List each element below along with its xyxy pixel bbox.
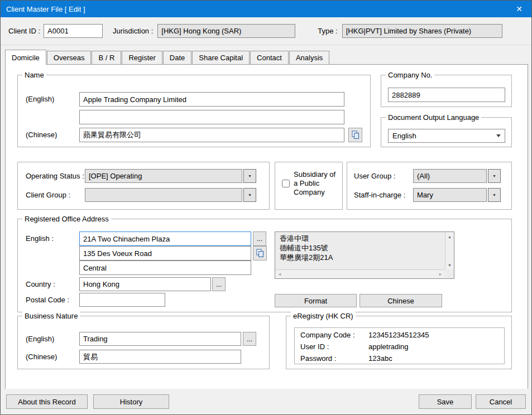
header-bar: Client ID : Jurisdiction : Type : — [1, 17, 531, 45]
user-group-input[interactable] — [413, 169, 487, 183]
type-label: Type : — [318, 27, 337, 35]
company-no-legend: Company No. — [386, 71, 434, 79]
company-no-input[interactable] — [388, 88, 505, 102]
copy-icon — [351, 131, 360, 139]
jurisdiction-input[interactable] — [157, 24, 295, 38]
ellipsis-icon: ... — [216, 281, 222, 288]
tab-overseas[interactable]: Overseas — [47, 51, 92, 64]
scroll-left-icon[interactable]: ◄ — [275, 270, 284, 279]
client-master-file-window: Client Master File [ Edit ] ✕ Client ID … — [0, 0, 532, 415]
user-group-dropdown-button[interactable]: ▼ — [488, 169, 501, 183]
client-id-input[interactable] — [44, 24, 103, 38]
business-nature-legend: Business Nature — [22, 312, 80, 320]
name-chinese-input[interactable] — [79, 128, 344, 142]
history-button[interactable]: History — [93, 394, 169, 409]
operating-status-groupbox: Operating Status : ▼ Client Group : ▼ — [17, 162, 270, 210]
business-english-input[interactable] — [79, 332, 241, 346]
country-browse-button[interactable]: ... — [212, 277, 226, 291]
tab-analysis[interactable]: Analysis — [289, 51, 329, 64]
operating-status-input[interactable] — [85, 169, 242, 183]
business-chinese-label: (Chinese) — [26, 353, 57, 361]
business-chinese-input[interactable] — [79, 350, 241, 364]
close-icon[interactable]: ✕ — [507, 1, 531, 17]
tab-share-capital[interactable]: Share Capital — [192, 51, 250, 64]
client-group-dropdown-button[interactable]: ▼ — [243, 188, 256, 202]
subsidiary-checkbox[interactable] — [282, 180, 290, 187]
ellipsis-icon: ... — [257, 235, 262, 243]
copy-chinese-name-button[interactable] — [348, 128, 362, 142]
window-title: Client Master File [ Edit ] — [6, 5, 85, 13]
about-this-record-button[interactable]: About this Record — [6, 394, 88, 409]
eregistry-row: User ID : appletrading — [300, 341, 504, 353]
doc-output-language-value: English — [392, 132, 416, 140]
eregistry-legend: eRegistry (HK CR) — [291, 312, 356, 320]
registered-office-address-legend: Registered Office Address — [22, 215, 111, 223]
cancel-button[interactable]: Cancel — [476, 394, 526, 409]
scroll-down-icon[interactable]: ▼ — [445, 260, 454, 269]
save-button[interactable]: Save — [419, 394, 472, 409]
horizontal-scrollbar[interactable]: ◄ ► — [275, 269, 445, 278]
client-group-input[interactable] — [85, 188, 242, 202]
tab-domicile[interactable]: Domicile — [5, 50, 46, 65]
address-line3-input[interactable] — [79, 260, 251, 275]
footer-bar: About this Record History Save Cancel — [1, 389, 531, 414]
country-label: Country : — [26, 280, 55, 288]
chinese-address-text: 香港中環 德輔道中135號 華懋廣場2期21A — [275, 232, 445, 269]
staff-in-charge-dropdown-button[interactable]: ▼ — [488, 188, 501, 202]
country-input[interactable] — [79, 277, 211, 291]
doc-output-language-legend: Document Output Language — [386, 113, 481, 122]
eregistry-groupbox: eRegistry (HK CR) Company Code : 1234512… — [286, 316, 512, 369]
client-group-label: Client Group : — [26, 191, 70, 199]
eregistry-row: Company Code : 123451234512345 — [300, 329, 504, 341]
vertical-scrollbar[interactable]: ▲ ▼ — [445, 232, 454, 269]
type-input[interactable] — [342, 24, 502, 38]
user-group-label: User Group : — [354, 172, 395, 180]
copy-address-button[interactable] — [253, 246, 267, 260]
postal-code-input[interactable] — [79, 293, 165, 307]
dropdown-arrow-icon: ▼ — [492, 193, 496, 197]
business-english-browse-button[interactable]: ... — [243, 332, 256, 346]
business-english-label: (English) — [26, 335, 54, 343]
dropdown-arrow-icon: ▼ — [248, 193, 252, 197]
doc-output-language-groupbox: Document Output Language English — [381, 117, 512, 147]
scroll-right-icon[interactable]: ► — [436, 270, 445, 279]
operating-status-dropdown-button[interactable]: ▼ — [243, 169, 256, 183]
format-button[interactable]: Format — [275, 294, 357, 307]
scroll-up-icon[interactable]: ▲ — [445, 232, 454, 241]
address-line1-browse-button[interactable]: ... — [253, 231, 266, 246]
tab-contact[interactable]: Contact — [250, 51, 289, 64]
company-code-value: 123451234512345 — [368, 329, 429, 341]
business-nature-groupbox: Business Nature (English) ... (Chinese) — [17, 316, 270, 369]
client-id-label: Client ID : — [8, 27, 40, 35]
subsidiary-checkbox-row: Subsidiary of a Public Company — [275, 162, 342, 199]
name-english-input[interactable] — [79, 92, 344, 107]
staff-in-charge-label: Staff-in-charge : — [354, 191, 405, 199]
name-english-label: (English) — [26, 95, 54, 103]
company-code-label: Company Code : — [300, 329, 368, 341]
copy-icon — [256, 249, 265, 258]
address-line2-input[interactable] — [79, 246, 251, 260]
doc-output-language-select[interactable]: English — [388, 129, 505, 143]
address-line1-input[interactable] — [79, 231, 251, 246]
dropdown-arrow-icon: ▼ — [492, 174, 496, 178]
name-legend: Name — [22, 71, 46, 79]
staff-in-charge-input[interactable] — [413, 188, 487, 202]
jurisdiction-label: Jurisdiction : — [113, 27, 153, 35]
user-id-label: User ID : — [300, 341, 368, 353]
tab-panel-domicile: Name (English) (Chinese) Company No. Doc… — [5, 64, 528, 390]
registered-office-address-groupbox: Registered Office Address English : ... … — [17, 219, 512, 312]
company-no-groupbox: Company No. — [381, 75, 512, 107]
chinese-button[interactable]: Chinese — [360, 294, 442, 307]
chinese-address-box: 香港中環 德輔道中135號 華懋廣場2期21A ▲ ▼ ◄ ► — [275, 231, 454, 279]
password-label: Password : — [300, 353, 368, 364]
eregistry-row: Password : 123abc — [300, 353, 504, 364]
tab-register[interactable]: Register — [122, 51, 162, 64]
eregistry-inner-box: Company Code : 123451234512345 User ID :… — [294, 327, 505, 364]
tab-date[interactable]: Date — [163, 51, 191, 64]
ellipsis-icon: ... — [247, 335, 252, 343]
name-english2-input[interactable] — [79, 110, 344, 124]
dropdown-arrow-icon: ▼ — [248, 174, 252, 178]
tab-br[interactable]: B / R — [92, 51, 121, 64]
address-english-label: English : — [26, 234, 54, 243]
name-groupbox: Name (English) (Chinese) — [17, 75, 371, 147]
